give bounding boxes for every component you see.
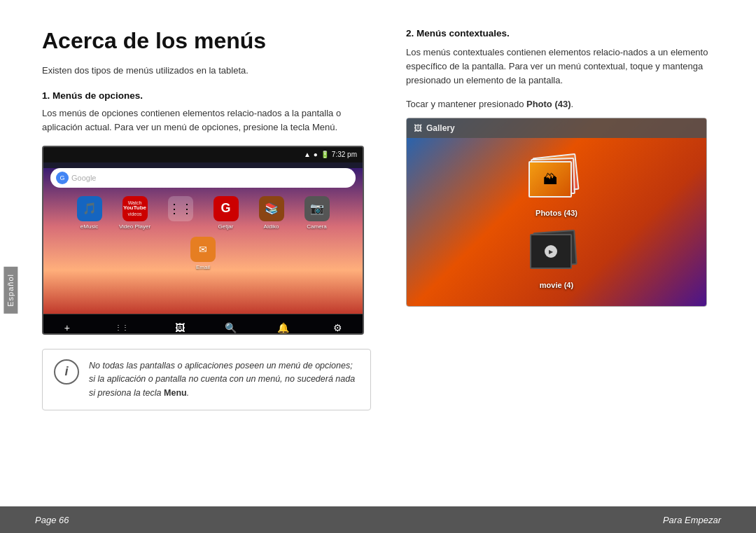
- app-emusic: 🎵 eMusic: [70, 196, 108, 230]
- info-box-text: No todas las pantallas o aplicaciones po…: [89, 359, 359, 400]
- gallery-header-icon: 🖼: [414, 123, 422, 133]
- aldiko-icon: 📚: [259, 196, 284, 221]
- taskbar-notifications: 🔔 Notifications: [270, 320, 297, 335]
- touch-hold-instruction: Tocar y mantener presionado Photo (43).: [406, 99, 735, 109]
- android-screenshot: ▲ ● 🔋 7:32 pm G Google 🎵 eMusic: [42, 146, 364, 335]
- taskbar-add: + Add: [59, 320, 75, 335]
- youtube-label: Video Player: [119, 223, 150, 230]
- google-icon: G: [56, 172, 69, 184]
- search-icon: 🔍: [223, 320, 238, 335]
- footer-section-title: Para Empezar: [663, 515, 721, 525]
- gallery-header: 🖼 Gallery: [407, 118, 706, 138]
- left-column: Acerca de los menús Existen dos tipos de…: [21, 0, 392, 533]
- wifi-icon: ▲: [304, 151, 311, 158]
- gallery-photos-item: 🏔 Photos (43): [528, 155, 584, 217]
- section1-heading: 1. Menús de opciones.: [42, 90, 371, 101]
- video-card-front: ▶: [530, 234, 572, 269]
- taskbar-search: 🔍 Search: [223, 320, 238, 335]
- app-grid: ⋮⋮: [161, 196, 200, 230]
- app-camera: 📷 Camera: [298, 196, 336, 230]
- emusic-label: eMusic: [80, 223, 98, 230]
- gallery-movie-item: ▶ movie (4): [528, 231, 584, 289]
- android-taskbar: + Add ⋮⋮ Manage apps 🖼 Wallpaper 🔍 Searc…: [43, 314, 363, 335]
- email-label: Email: [196, 264, 210, 270]
- time-display: 7:32 pm: [332, 151, 357, 158]
- photos-label: Photos (43): [536, 209, 578, 217]
- taskbar-settings: ⚙ Settings: [329, 320, 346, 335]
- page-title: Acerca de los menús: [42, 28, 371, 54]
- notifications-icon: 🔔: [276, 320, 291, 335]
- email-icon: ✉: [190, 237, 216, 262]
- photos-stack: 🏔: [528, 155, 584, 205]
- app-email: ✉ Email: [184, 237, 223, 270]
- movie-label: movie (4): [540, 281, 573, 289]
- signal-icon: ●: [314, 151, 318, 158]
- grid-icon: ⋮⋮: [168, 196, 193, 221]
- android-searchbar: G Google: [50, 168, 356, 188]
- app-aldiko: 📚 Aldiko: [252, 196, 290, 230]
- battery-icon: 🔋: [321, 151, 329, 158]
- page-footer: Page 66 Para Empezar: [0, 506, 756, 533]
- info-icon: i: [54, 359, 79, 385]
- add-icon: +: [59, 320, 75, 335]
- youtube-icon: Watch YouTube videos: [122, 196, 148, 221]
- info-box: i No todas las pantallas o aplicaciones …: [42, 349, 371, 410]
- taskbar-manage-apps: ⋮⋮ Manage apps: [107, 320, 136, 335]
- android-homescreen: G Google 🎵 eMusic Watch YouTube: [43, 168, 363, 314]
- section2-body: Los menús contextuales contienen element…: [406, 46, 735, 88]
- gallery-header-title: Gallery: [426, 123, 455, 133]
- wallpaper-icon: 🖼: [172, 320, 188, 335]
- app-getjar: G Getjar: [206, 196, 245, 230]
- manage-apps-icon: ⋮⋮: [114, 320, 130, 335]
- getjar-icon: G: [214, 196, 239, 221]
- android-apps-grid: 🎵 eMusic Watch YouTube videos Video Play…: [43, 193, 363, 273]
- side-language-tab: Español: [4, 267, 18, 314]
- section1-body: Los menús de opciones contienen elemento…: [42, 106, 371, 134]
- settings-icon: ⚙: [330, 320, 345, 335]
- intro-text: Existen dos tipos de menús utilizados en…: [42, 64, 371, 78]
- emusic-icon: 🎵: [77, 196, 102, 221]
- video-stack: ▶: [528, 231, 584, 277]
- gallery-screenshot: 🖼 Gallery 🏔 Photos (43): [406, 118, 707, 307]
- footer-page-number: Page 66: [35, 515, 69, 525]
- camera-icon: 📷: [304, 196, 330, 221]
- right-column: 2. Menús contextuales. Los menús context…: [392, 0, 756, 533]
- photo-card-front: 🏔: [528, 161, 572, 198]
- play-button-icon: ▶: [545, 245, 557, 258]
- taskbar-wallpaper: 🖼 Wallpaper: [169, 320, 190, 335]
- search-placeholder: Google: [71, 174, 96, 182]
- gallery-content: 🏔 Photos (43) ▶ movie (4): [407, 138, 706, 289]
- camera-label: Camera: [307, 223, 326, 230]
- android-statusbar: ▲ ● 🔋 7:32 pm: [43, 147, 363, 162]
- app-youtube: Watch YouTube videos Video Player: [115, 196, 154, 230]
- section2-heading: 2. Menús contextuales.: [406, 28, 735, 39]
- getjar-label: Getjar: [218, 223, 234, 230]
- aldiko-label: Aldiko: [264, 223, 279, 230]
